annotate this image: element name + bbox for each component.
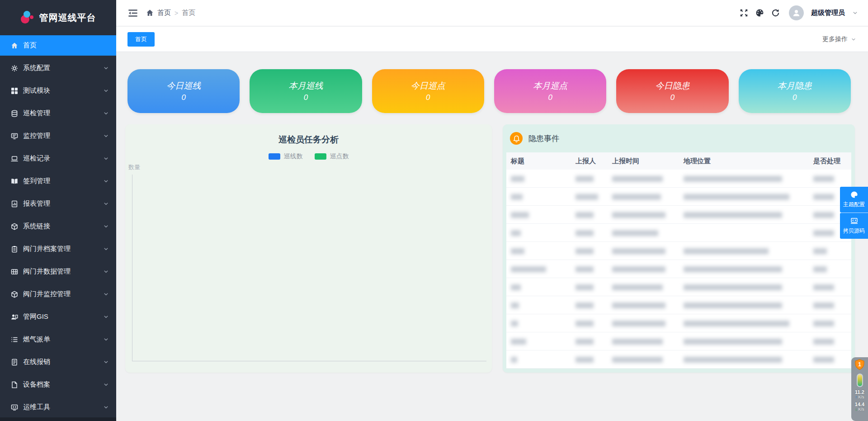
table-row[interactable]: [506, 332, 851, 350]
breadcrumb-home[interactable]: 首页: [157, 9, 171, 17]
sidebar-item-燃气派单[interactable]: 燃气派单: [0, 329, 116, 350]
sidebar-item-测试模块[interactable]: 测试模块: [0, 80, 116, 101]
stat-card-value: 0: [793, 93, 797, 102]
stat-card-本月巡线[interactable]: 本月巡线0: [250, 69, 362, 113]
redacted-cell-content: [511, 212, 529, 218]
brand-logo[interactable]: 管网巡线平台: [0, 0, 116, 35]
redacted-cell-content: [813, 303, 834, 308]
sidebar-item-签到管理[interactable]: 签到管理: [0, 171, 116, 191]
legend-item-巡线数[interactable]: 巡线数: [269, 152, 303, 161]
redacted-cell-content: [813, 176, 834, 182]
fullscreen-icon[interactable]: [740, 9, 748, 17]
sidebar-item-报表管理[interactable]: 报表管理: [0, 194, 116, 214]
book-icon: [11, 178, 18, 185]
table-row[interactable]: [506, 170, 851, 188]
more-operations-label: 更多操作: [822, 35, 848, 43]
theme-config-label: 主题配置: [843, 201, 865, 208]
download-speed-value: 14.4: [855, 402, 864, 407]
sidebar-item-巡检管理[interactable]: 巡检管理: [0, 103, 116, 123]
legend-swatch: [269, 153, 280, 160]
sidebar-item-阀门井数据管理[interactable]: 阀门井数据管理: [0, 261, 116, 282]
redacted-cell-content: [813, 321, 834, 326]
redacted-cell-content: [511, 339, 526, 345]
upload-speed-unit: ↑ K/s: [855, 395, 864, 399]
table-row[interactable]: [506, 224, 851, 242]
stat-card-label: 今日巡点: [411, 80, 445, 92]
sidebar-item-label: 巡检记录: [23, 154, 103, 163]
table-row[interactable]: [506, 314, 851, 332]
sidebar-item-监控管理[interactable]: 监控管理: [0, 126, 116, 146]
network-monitor-widget[interactable]: 1 11.2 ↑ K/s 14.4 ↓ K/s: [851, 357, 868, 421]
incident-table: 标题上报人上报时间地理位置是否处理: [506, 152, 851, 369]
sidebar-item-设备档案[interactable]: 设备档案: [0, 374, 116, 395]
sidebar-item-运维工具[interactable]: 运维工具: [0, 397, 116, 417]
redacted-cell-content: [612, 194, 661, 200]
chevron-down-icon[interactable]: [852, 10, 858, 16]
table-row[interactable]: [506, 260, 851, 278]
chevron-down-icon: [103, 223, 109, 229]
alarm-bell-icon: [510, 132, 523, 145]
redacted-cell-content: [511, 357, 517, 363]
shield-badge-count: 1: [858, 361, 861, 368]
chevron-down-icon: [103, 382, 109, 388]
stat-card-本月隐患[interactable]: 本月隐患0: [739, 69, 851, 113]
breadcrumb-current: 首页: [182, 9, 195, 17]
sidebar-item-label: 巡检管理: [23, 109, 103, 118]
user-avatar[interactable]: [789, 5, 804, 20]
cube-icon: [11, 291, 18, 298]
redacted-cell-content: [612, 176, 663, 182]
stat-card-今日巡线[interactable]: 今日巡线0: [127, 69, 240, 113]
copy-source-button[interactable]: 拷贝源码: [840, 213, 868, 239]
stat-card-label: 今日巡线: [166, 80, 201, 92]
theme-config-button[interactable]: 主题配置: [840, 187, 868, 213]
more-operations-button[interactable]: 更多操作: [822, 35, 856, 43]
sidebar-item-阀门井档案管理[interactable]: 阀门井档案管理: [0, 239, 116, 259]
download-speed-unit: ↓ K/s: [855, 407, 864, 412]
table-row[interactable]: [506, 296, 851, 314]
menu-fold-icon[interactable]: [128, 8, 138, 18]
gis-icon: [11, 313, 18, 321]
stat-card-value: 0: [670, 93, 675, 102]
redacted-cell-content: [511, 266, 546, 272]
refresh-icon[interactable]: [771, 9, 780, 17]
user-name[interactable]: 超级管理员: [811, 9, 845, 17]
legend-label: 巡点数: [330, 152, 349, 161]
redacted-cell-content: [813, 212, 834, 218]
table-row[interactable]: [506, 188, 851, 206]
sidebar-item-label: 在线报销: [23, 358, 103, 366]
sidebar-item-系统配置[interactable]: 系统配置: [0, 58, 116, 78]
tab-home[interactable]: 首页: [127, 32, 155, 47]
column-header-上报人: 上报人: [571, 152, 608, 170]
sidebar-item-系统链接[interactable]: 系统链接: [0, 216, 116, 237]
redacted-cell-content: [813, 194, 834, 200]
sidebar-item-巡检记录[interactable]: 巡检记录: [0, 148, 116, 169]
incident-table-body: [506, 170, 851, 369]
redacted-cell-content: [684, 212, 782, 218]
sidebar-item-首页[interactable]: 首页: [0, 35, 116, 56]
table-row[interactable]: [506, 242, 851, 260]
redacted-cell-content: [612, 357, 663, 363]
sidebar-item-阀门井监控管理[interactable]: 阀门井监控管理: [0, 284, 116, 304]
redacted-cell-content: [612, 321, 665, 326]
home-icon: [146, 9, 154, 17]
stat-card-本月巡点[interactable]: 本月巡点0: [494, 69, 606, 113]
sidebar-item-管网GIS[interactable]: 管网GIS: [0, 307, 116, 327]
cube-icon: [11, 223, 18, 230]
table-row[interactable]: [506, 206, 851, 224]
top-header: 首页 > 首页 超级管理员: [116, 0, 868, 26]
gear-icon: [11, 65, 18, 72]
redacted-cell-content: [684, 248, 769, 254]
chevron-down-icon: [103, 336, 109, 342]
table-row[interactable]: [506, 350, 851, 369]
redacted-cell-content: [576, 284, 594, 290]
legend-item-巡点数[interactable]: 巡点数: [315, 152, 349, 161]
redacted-cell-content: [813, 284, 834, 290]
stat-card-今日巡点[interactable]: 今日巡点0: [372, 69, 484, 113]
sidebar-item-label: 测试模块: [23, 86, 103, 95]
sidebar-item-在线报销[interactable]: 在线报销: [0, 352, 116, 372]
stat-card-今日隐患[interactable]: 今日隐患0: [616, 69, 728, 113]
redacted-cell-content: [511, 230, 521, 236]
table-row[interactable]: [506, 278, 851, 296]
palette-icon[interactable]: [755, 9, 764, 17]
header-actions: 超级管理员: [740, 5, 858, 20]
